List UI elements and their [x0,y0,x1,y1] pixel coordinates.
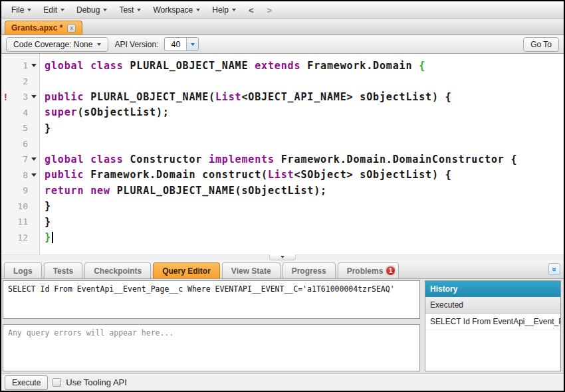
chevron-down-icon [137,9,141,11]
tab-label: Checkpoints [94,266,142,276]
query-history-panel: History Executed SELECT Id From EventApi… [425,280,561,371]
tab-logs[interactable]: Logs [4,262,42,278]
fold-toggle[interactable] [28,157,39,161]
menu-bar: FileEditDebugTestWorkspaceHelp < > [1,1,564,19]
token-keyword: class [90,153,123,165]
token-plain: Framework.Domain.DomainConstructor { [275,153,518,165]
line-number: 3 [10,92,28,102]
soql-query-input[interactable]: SELECT Id From EventApi__Event_Page__c W… [3,280,420,319]
code-line-11[interactable]: } [45,214,564,230]
line-number: 4 [10,108,28,118]
token-keyword: List [215,91,242,103]
token-brace-match: } [45,231,51,243]
nav-back-button[interactable]: < [242,5,261,15]
token-keyword: global [45,60,84,72]
fold-toggle[interactable] [28,64,39,67]
execute-button[interactable]: Execute [5,375,48,390]
menu-label: Workspace [153,5,193,15]
menu-label: Edit [43,5,57,15]
token-brace-match: { [419,60,425,72]
token-keyword: implements [209,153,275,165]
tab-label: Problems [347,266,384,276]
tab-grants-apxc[interactable]: Grants.apxc * x [5,21,82,35]
code-line-2[interactable] [45,74,564,90]
code-line-3[interactable]: public PLURAL_OBJECT_NAME(List<OBJECT_AP… [45,89,564,105]
code-line-7[interactable]: global class Constructor implements Fram… [45,151,564,167]
tab-tests[interactable]: Tests [44,262,82,278]
menu-file[interactable]: File [5,3,37,17]
token-plain: } [45,216,51,228]
tab-progress[interactable]: Progress [282,262,336,278]
token-plain: PLURAL_OBJECT_NAME(sObjectList); [110,185,327,197]
token-plain: Constructor [124,153,209,165]
token-plain: Framework.Domain [300,60,419,72]
code-line-5[interactable]: } [45,120,564,136]
code-line-8[interactable]: public Framework.Domain construct(List<S… [45,167,564,183]
history-rows: SELECT Id From EventApi__Event_Pag... [425,314,560,330]
history-title: History [425,281,560,297]
token-plain: } [45,200,51,212]
tab-label: Tests [53,266,73,276]
menu-test[interactable]: Test [113,3,147,17]
error-marker-icon: ! [1,92,10,102]
gutter-line-5: 5 [1,120,39,136]
gutter-line-4: 4 [1,105,39,121]
collapse-panel-button[interactable]: » [548,263,560,275]
double-chevron-down-icon: » [550,267,559,271]
code-line-10[interactable]: } [45,199,564,215]
tab-checkpoints[interactable]: Checkpoints [84,262,151,278]
api-version-select[interactable]: 40 [164,37,199,51]
chevron-down-icon [60,9,64,11]
gutter-line-12: 12 [1,230,39,246]
gutter-line-7: 7 [1,151,39,167]
tab-problems[interactable]: Problems1 [338,262,399,278]
gutter-line-3: !3 [1,89,39,105]
tab-view-state[interactable]: View State [222,262,281,278]
code-line-4[interactable]: super(sObjectList); [45,105,564,121]
code-line-1[interactable]: global class PLURAL_OBJECT_NAME extends … [45,58,564,74]
panel-splitter[interactable] [1,254,564,260]
use-tooling-api-checkbox[interactable] [53,378,61,387]
code-editor[interactable]: 12!3456789101112 global class PLURAL_OBJ… [1,54,564,254]
menu-label: Help [212,5,229,15]
tab-label: Grants.apxc * [11,23,62,33]
menu-help[interactable]: Help [206,3,242,17]
code-coverage-button[interactable]: Code Coverage: None [6,37,108,52]
fold-caret-icon [31,95,37,98]
token-keyword: return [45,185,84,197]
line-number: 7 [10,154,28,164]
code-line-9[interactable]: return new PLURAL_OBJECT_NAME(sObjectLis… [45,183,564,199]
line-number: 6 [10,139,28,149]
token-keyword: public [45,91,84,103]
line-number: 11 [10,217,28,227]
menu-debug[interactable]: Debug [70,3,113,17]
menu-edit[interactable]: Edit [37,3,70,17]
token-plain: (sObjectList); [77,106,169,118]
use-tooling-api-label: Use Tooling API [66,377,127,387]
developer-console-window: FileEditDebugTestWorkspaceHelp < > Grant… [0,0,565,392]
combo-trigger[interactable] [186,38,198,50]
gutter-line-8: 8 [1,167,39,183]
query-action-bar: Execute Use Tooling API [1,373,564,391]
code-area[interactable]: global class PLURAL_OBJECT_NAME extends … [40,54,564,254]
code-line-6[interactable] [45,136,564,152]
nav-forward-button[interactable]: > [261,5,279,15]
history-column-header[interactable]: Executed [425,297,560,314]
history-row[interactable]: SELECT Id From EventApi__Event_Pag... [425,314,560,330]
chevron-down-icon [27,9,31,11]
chevron-down-icon [97,43,101,46]
tab-query-editor[interactable]: Query Editor [153,262,220,278]
go-to-button[interactable]: Go To [523,37,559,52]
token-plain [84,60,90,72]
menu-workspace[interactable]: Workspace [147,3,206,17]
chevron-down-icon [191,43,195,46]
token-plain: Framework.Domain construct( [84,169,268,181]
splitter-handle[interactable] [269,254,296,260]
line-number: 9 [10,185,28,195]
close-tab-icon[interactable]: x [67,24,76,33]
fold-toggle[interactable] [28,173,39,177]
token-plain: PLURAL_OBJECT_NAME( [84,91,215,103]
menu-label: Debug [76,5,100,15]
code-line-12[interactable]: } [45,230,564,246]
fold-toggle[interactable] [28,95,39,98]
